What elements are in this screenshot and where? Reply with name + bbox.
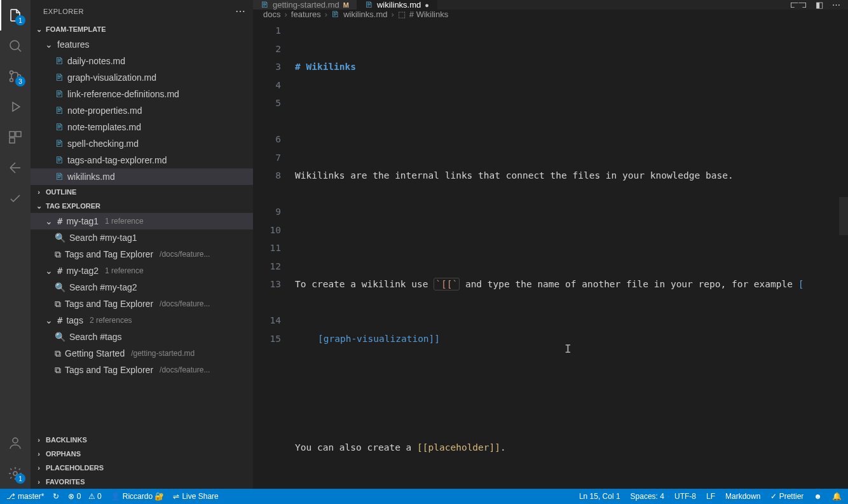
- tag-doc-tags-explorer[interactable]: ⧉Tags and Tag Explorer/docs/feature...: [31, 362, 253, 378]
- modified-indicator: M: [343, 1, 349, 9]
- chevron-down-icon: ⌄: [44, 39, 53, 50]
- file-link-reference-definitions[interactable]: 🖹link-reference-definitions.md: [31, 86, 253, 102]
- tab-wikilinks[interactable]: 🖹 wikilinks.md ●: [357, 0, 437, 10]
- split-preview-icon[interactable]: ⫍⫎: [790, 0, 807, 10]
- statusbar: ⎇master* ↻ ⊗ 0 ⚠ 0 👤Riccardo 🔐 ⇌Live Sha…: [0, 489, 848, 504]
- tag-doc-getting-started[interactable]: ⧉Getting Started/getting-started.md: [31, 345, 253, 362]
- sb-branch[interactable]: ⎇master*: [6, 492, 44, 501]
- activity-debug[interactable]: [0, 92, 31, 122]
- more-actions-icon[interactable]: ⋯: [832, 0, 840, 10]
- activity-account[interactable]: [0, 428, 31, 458]
- activity-search[interactable]: [0, 31, 31, 61]
- sb-problems[interactable]: ⊗ 0 ⚠ 0: [68, 492, 101, 501]
- sidebar: EXPLORER ⋯ ⌄ FOAM-TEMPLATE ⌄ features 🖹d…: [31, 0, 253, 489]
- tag-search-tags[interactable]: 🔍Search #tags: [31, 329, 253, 345]
- activity-explorer[interactable]: 1: [0, 0, 31, 31]
- tag-doc-my-tag1[interactable]: ⧉Tags and Tag Explorer/docs/feature...: [31, 246, 253, 262]
- tag-my-tag1[interactable]: ⌄ # my-tag1 1 reference: [31, 213, 253, 229]
- activity-scm[interactable]: 3: [0, 61, 31, 92]
- activity-extensions[interactable]: [0, 122, 31, 153]
- explorer-badge: 1: [15, 15, 25, 25]
- sb-liveshare[interactable]: ⇌Live Share: [173, 492, 218, 501]
- markdown-icon: 🖹: [55, 56, 64, 66]
- tag-my-tag2[interactable]: ⌄ # my-tag2 1 reference: [31, 262, 253, 279]
- branch-icon: ⎇: [6, 492, 15, 501]
- file-daily-notes[interactable]: 🖹daily-notes.md: [31, 53, 253, 69]
- svg-point-2: [10, 79, 13, 82]
- unsaved-indicator: ●: [425, 1, 429, 9]
- person-icon: 👤: [111, 492, 120, 501]
- file-note-templates[interactable]: 🖹note-templates.md: [31, 119, 253, 135]
- file-note-properties[interactable]: 🖹note-properties.md: [31, 102, 253, 119]
- gutter: 123456789101112131415: [253, 19, 295, 489]
- section-placeholders[interactable]: ›PLACEHOLDERS: [31, 461, 253, 475]
- sb-feedback[interactable]: ☻: [814, 492, 822, 501]
- activity-bar: 1 3: [0, 0, 31, 489]
- markdown-icon: 🖹: [55, 172, 64, 182]
- search-icon: 🔍: [55, 282, 65, 292]
- tab-getting-started[interactable]: 🖹 getting-started.md M: [253, 0, 357, 10]
- markdown-icon: 🖹: [55, 106, 64, 116]
- section-backlinks[interactable]: ›BACKLINKS: [31, 433, 253, 447]
- minimap-slider[interactable]: [839, 197, 848, 235]
- tag-search-my-tag1[interactable]: 🔍Search #my-tag1: [31, 229, 253, 246]
- section-tag-explorer[interactable]: ⌄ TAG EXPLORER: [31, 199, 253, 213]
- code-content[interactable]: # Wikilinks Wikilinks are the internal l…: [295, 19, 848, 489]
- chevron-down-icon: ⌄: [34, 202, 43, 210]
- feedback-icon: ☻: [814, 492, 822, 501]
- chevron-down-icon: ⌄: [44, 266, 53, 276]
- text-cursor-icon: 𝙸: [564, 342, 571, 355]
- sb-eol[interactable]: LF: [706, 492, 715, 501]
- symbol-icon: ⬚: [398, 10, 406, 19]
- sb-spaces[interactable]: Spaces: 4: [631, 492, 664, 501]
- sb-lang[interactable]: Markdown: [725, 492, 760, 501]
- liveshare-icon: ⇌: [173, 492, 179, 501]
- chevron-right-icon: ›: [34, 436, 43, 444]
- svg-point-1: [10, 71, 13, 74]
- sb-user[interactable]: 👤Riccardo 🔐: [111, 492, 165, 501]
- activity-test[interactable]: [0, 183, 31, 214]
- sidebar-more-icon[interactable]: ⋯: [235, 5, 246, 17]
- markdown-icon: 🖹: [55, 139, 64, 149]
- svg-rect-5: [16, 132, 21, 137]
- tag-tags[interactable]: ⌄ # tags 2 references: [31, 312, 253, 329]
- markdown-icon: 🖹: [55, 72, 64, 83]
- file-wikilinks[interactable]: 🖹wikilinks.md: [31, 168, 253, 185]
- tag-doc-my-tag2[interactable]: ⧉Tags and Tag Explorer/docs/feature...: [31, 296, 253, 312]
- svg-point-0: [10, 41, 19, 50]
- markdown-icon: 🖹: [55, 155, 64, 165]
- minimap[interactable]: [839, 19, 848, 489]
- file-graph-visualization[interactable]: 🖹graph-visualization.md: [31, 69, 253, 86]
- sync-icon: ↻: [53, 492, 59, 501]
- sb-encoding[interactable]: UTF-8: [674, 492, 696, 501]
- markdown-icon: 🖹: [365, 0, 373, 10]
- activity-settings[interactable]: 1: [0, 458, 31, 489]
- hash-icon: #: [57, 266, 62, 276]
- section-folder[interactable]: ⌄ FOAM-TEMPLATE: [31, 22, 253, 36]
- split-editor-icon[interactable]: ◧: [816, 0, 823, 10]
- file-spell-checking[interactable]: 🖹spell-checking.md: [31, 135, 253, 152]
- editor[interactable]: 123456789101112131415 # Wikilinks Wikili…: [253, 19, 848, 489]
- settings-badge: 1: [15, 473, 25, 484]
- chevron-right-icon: ›: [34, 478, 43, 486]
- activity-share[interactable]: [0, 153, 31, 183]
- sb-prettier[interactable]: ✓ Prettier: [770, 492, 804, 501]
- section-favorites[interactable]: ›FAVORITES: [31, 475, 253, 489]
- section-orphans[interactable]: ›ORPHANS: [31, 447, 253, 461]
- chevron-right-icon: ›: [34, 464, 43, 472]
- bell-icon: 🔔: [832, 492, 842, 501]
- tag-search-my-tag2[interactable]: 🔍Search #my-tag2: [31, 279, 253, 296]
- chevron-down-icon: ⌄: [44, 315, 53, 325]
- breadcrumbs[interactable]: docs› features› 🖹 wikilinks.md› ⬚ # Wiki…: [253, 10, 848, 19]
- svg-point-7: [13, 438, 18, 443]
- sb-sync[interactable]: ↻: [53, 492, 59, 501]
- file-tags-and-tag-explorer[interactable]: 🖹tags-and-tag-explorer.md: [31, 152, 253, 168]
- markdown-icon: 🖹: [55, 89, 64, 99]
- sb-bell[interactable]: 🔔: [832, 492, 842, 501]
- editor-area: 🖹 getting-started.md M 🖹 wikilinks.md ● …: [253, 0, 848, 489]
- references-icon: ⧉: [55, 365, 61, 376]
- section-outline[interactable]: › OUTLINE: [31, 185, 253, 199]
- folder-features[interactable]: ⌄ features: [31, 36, 253, 53]
- sb-lncol[interactable]: Ln 15, Col 1: [579, 492, 620, 501]
- hash-icon: #: [57, 216, 62, 226]
